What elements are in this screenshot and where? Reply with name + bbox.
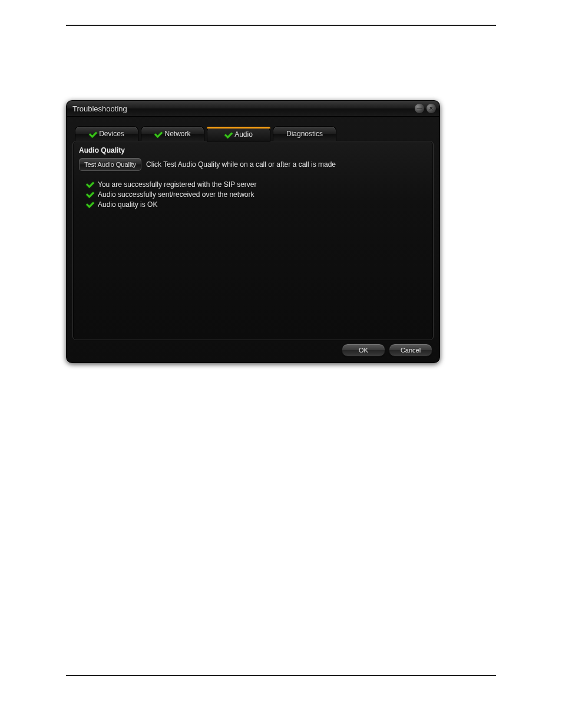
check-icon: [224, 131, 232, 138]
close-icon[interactable]: [427, 104, 436, 113]
test-hint: Click Test Audio Quality while on a call…: [146, 160, 336, 169]
check-icon: [154, 130, 161, 137]
tab-label: Network: [164, 130, 190, 138]
troubleshooting-dialog: Troubleshooting Devices Network Audio Di…: [66, 100, 440, 363]
status-text: You are successfully registered with the…: [98, 180, 256, 189]
status-text: Audio successfully sent/received over th…: [98, 190, 254, 199]
ok-button[interactable]: OK: [342, 344, 385, 357]
check-icon: [89, 130, 96, 137]
cancel-button[interactable]: Cancel: [389, 344, 432, 357]
dialog-title: Troubleshooting: [72, 104, 412, 113]
section-title: Audio Quality: [79, 146, 427, 154]
minimize-icon[interactable]: [415, 104, 424, 113]
titlebar: Troubleshooting: [67, 101, 439, 117]
check-icon: [86, 200, 94, 209]
tab-audio[interactable]: Audio: [207, 127, 270, 141]
check-icon: [86, 190, 94, 199]
tab-label: Audio: [234, 130, 253, 139]
audio-panel: Audio Quality Test Audio Quality Click T…: [72, 141, 434, 340]
status-text: Audio quality is OK: [98, 200, 157, 209]
tab-devices[interactable]: Devices: [75, 126, 138, 141]
test-row: Test Audio Quality Click Test Audio Qual…: [79, 158, 427, 171]
page-top-rule: [66, 25, 496, 26]
status-list: You are successfully registered with the…: [86, 180, 427, 209]
tab-label: Diagnostics: [286, 130, 323, 138]
tab-label: Devices: [99, 130, 124, 138]
check-icon: [86, 180, 94, 189]
status-item: You are successfully registered with the…: [86, 180, 427, 189]
status-item: Audio successfully sent/received over th…: [86, 190, 427, 199]
page-bottom-rule: [66, 675, 496, 676]
status-item: Audio quality is OK: [86, 200, 427, 209]
test-audio-quality-button[interactable]: Test Audio Quality: [79, 158, 141, 171]
tabs-row: Devices Network Audio Diagnostics: [67, 117, 439, 141]
tab-diagnostics[interactable]: Diagnostics: [273, 126, 336, 141]
dialog-footer: OK Cancel: [342, 344, 432, 357]
tab-network[interactable]: Network: [141, 126, 204, 141]
